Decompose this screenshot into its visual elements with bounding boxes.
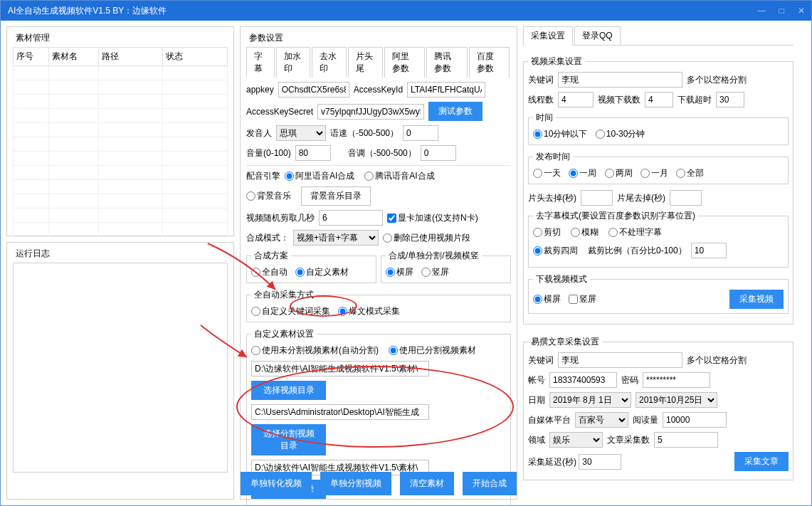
plat-label: 自媒体平台 [528, 414, 571, 426]
cust-split-radio[interactable]: 使用已分割视频素材 [389, 344, 476, 357]
sel-vid-button[interactable]: 选择视频目录 [251, 381, 326, 400]
cust-unsplit-radio[interactable]: 使用未分割视频素材(自动分割) [251, 344, 379, 357]
auto-bw-radio[interactable]: 爆文模式采集 [338, 306, 400, 316]
appkey-label: appkey [246, 85, 274, 95]
col-path[interactable]: 路径 [99, 48, 163, 66]
engine-tx-radio[interactable]: 腾讯语音AI合成 [364, 170, 434, 182]
vol-input[interactable] [295, 145, 331, 161]
tab-watermark[interactable]: 加水印 [276, 47, 311, 78]
bgm-dir-button[interactable]: 背景音乐目录 [301, 186, 371, 206]
maximize-icon[interactable]: □ [771, 1, 791, 21]
pwd-input[interactable] [643, 372, 710, 388]
plat-select[interactable]: 百家号 [575, 412, 628, 428]
col-index[interactable]: 序号 [14, 48, 49, 66]
article-legend: 易撰文章采集设置 [528, 336, 602, 348]
pub-5[interactable]: 全部 [676, 168, 704, 178]
pub-2[interactable]: 一周 [569, 168, 596, 178]
dlmode-v[interactable]: 竖屏 [569, 294, 596, 304]
auto-fieldset: 全自动采集方式 自定义关键词采集 爆文模式采集 [246, 289, 511, 322]
engine-ali-radio[interactable]: 阿里语音AI合成 [285, 170, 354, 182]
speed-input[interactable] [403, 125, 438, 141]
gpu-check[interactable]: 显卡加速(仅支持N卡) [387, 212, 478, 224]
date2-select[interactable]: 2019年10月25日 [636, 392, 717, 408]
auto-kw-radio[interactable]: 自定义关键词采集 [251, 306, 330, 316]
c-kw-input[interactable] [558, 72, 682, 88]
bgm-radio[interactable]: 背景音乐 [246, 190, 291, 202]
cust-legend: 自定义素材设置 [251, 328, 317, 340]
plan-cust-radio[interactable]: 自定义素材 [295, 267, 349, 277]
sub-2[interactable]: 模糊 [571, 226, 599, 238]
pub-3[interactable]: 两周 [605, 168, 633, 178]
window-controls: — □ ✕ [752, 1, 811, 21]
timeout-input[interactable] [716, 92, 744, 107]
minimize-icon[interactable]: — [752, 1, 771, 21]
dlnum-input[interactable] [645, 92, 673, 107]
akid-input[interactable] [407, 82, 485, 97]
sub-4[interactable]: 裁剪四周 [533, 245, 578, 257]
sel-split-button[interactable]: 选择分割视频目录 [251, 424, 326, 455]
log-area [13, 263, 228, 473]
convert-button[interactable]: 单独转化视频 [241, 472, 312, 495]
split-button[interactable]: 单独分割视频 [320, 472, 391, 495]
tail-input[interactable] [670, 190, 702, 206]
pitch-input[interactable] [421, 145, 456, 161]
close-icon[interactable]: ✕ [791, 1, 811, 21]
collect-video-button[interactable]: 采集视频 [729, 290, 784, 309]
pub-1[interactable]: 一天 [533, 168, 561, 178]
col-name[interactable]: 素材名 [49, 48, 99, 66]
sub-3[interactable]: 不处理字幕 [608, 226, 662, 238]
a-kw-hint: 多个以空格分割 [687, 354, 747, 367]
del-used-radio[interactable]: 删除已使用视频片段 [383, 232, 470, 244]
date-label: 日期 [528, 394, 545, 406]
a-kw-label: 关键词 [528, 354, 554, 367]
time-1-radio[interactable]: 10分钟以下 [533, 129, 587, 139]
test-params-button[interactable]: 测试参数 [428, 102, 483, 121]
mode-select[interactable]: 视频+语音+字幕 [293, 230, 379, 246]
tab-headtail[interactable]: 片头尾 [348, 47, 383, 78]
dlmode-fieldset: 下载视频模式 横屏 竖屏 采集视频 [528, 273, 789, 314]
params-panel: 参数设置 字幕 加水印 去水印 片头尾 阿里参数 腾讯参数 百度参数 appke… [240, 26, 517, 500]
tab-tencent[interactable]: 腾讯参数 [426, 47, 467, 78]
dlmode-h[interactable]: 横屏 [533, 294, 561, 304]
acc-label: 帐号 [528, 374, 545, 386]
col-status[interactable]: 状态 [163, 48, 228, 66]
thread-input[interactable] [558, 92, 594, 107]
pub-4[interactable]: 一月 [640, 168, 668, 178]
tab-qq[interactable]: 登录QQ [574, 26, 621, 45]
field-select[interactable]: 娱乐 [549, 432, 603, 448]
right-tabs: 采集设置 登录QQ [523, 26, 793, 46]
rand-input[interactable] [319, 210, 383, 226]
time-2-radio[interactable]: 10-30分钟 [596, 129, 645, 139]
read-input[interactable] [663, 412, 727, 428]
start-button[interactable]: 开始合成 [463, 472, 517, 495]
head-input[interactable] [581, 190, 613, 206]
tab-ali[interactable]: 阿里参数 [384, 47, 425, 78]
orient-v-radio[interactable]: 竖屏 [421, 267, 449, 277]
appkey-input[interactable] [278, 82, 349, 97]
c-kw-label: 关键词 [528, 74, 554, 86]
crop-input[interactable] [691, 243, 727, 258]
tab-collect[interactable]: 采集设置 [523, 26, 573, 46]
sub-1[interactable]: 剪切 [533, 226, 561, 238]
cnt-input[interactable] [654, 432, 718, 448]
time-fieldset: 时间 10分钟以下 10-30分钟 [528, 112, 789, 145]
tab-dewatermark[interactable]: 去水印 [312, 47, 347, 78]
tab-baidu[interactable]: 百度参数 [469, 47, 510, 78]
path1-input[interactable] [251, 361, 429, 376]
aksec-input[interactable] [317, 104, 424, 120]
voice-select[interactable]: 思琪 [276, 125, 326, 141]
acc-input[interactable] [549, 372, 617, 388]
tab-subtitle[interactable]: 字幕 [246, 47, 275, 78]
delay-input[interactable] [579, 454, 621, 470]
read-label: 阅读量 [633, 414, 658, 426]
path2-input[interactable] [251, 404, 429, 420]
window-title: AI全自动生成视频软件V1.5 BY：边缘软件 [8, 1, 167, 21]
clear-button[interactable]: 清空素材 [400, 472, 454, 495]
plan-auto-radio[interactable]: 全自动 [251, 267, 288, 277]
c-kw-hint: 多个以空格分割 [687, 74, 747, 86]
date1-select[interactable]: 2019年 8月 1日 [549, 392, 631, 408]
auto-legend: 全自动采集方式 [251, 289, 317, 301]
collect-article-button[interactable]: 采集文章 [734, 452, 789, 471]
orient-h-radio[interactable]: 横屏 [386, 267, 413, 277]
a-kw-input[interactable] [558, 352, 682, 368]
